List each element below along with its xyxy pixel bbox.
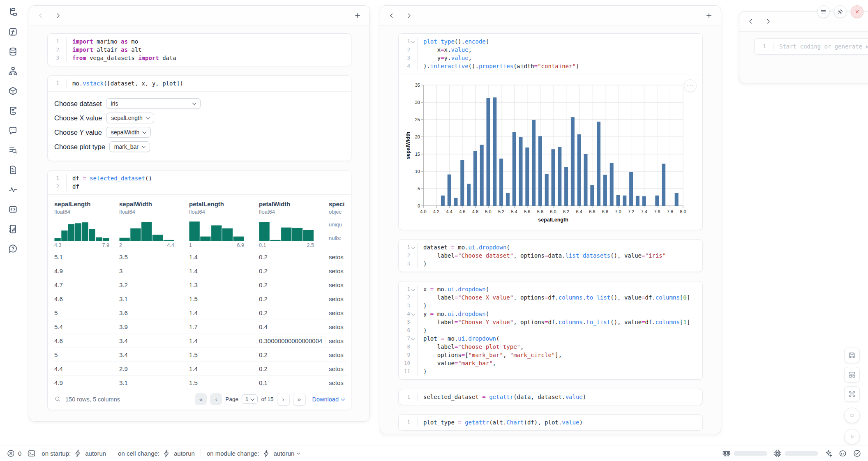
page-select[interactable]: 1 — [242, 394, 258, 404]
first-page-button[interactable]: « — [195, 393, 207, 405]
ai-assist-button[interactable] — [824, 449, 833, 458]
y-dropdown[interactable]: sepalWidth — [106, 127, 151, 138]
code-editor[interactable]: 1 Start coding or generate with — [755, 39, 868, 54]
snippets-icon[interactable] — [8, 165, 18, 175]
error-count-button[interactable]: 0 — [7, 449, 21, 458]
column-header-petalWidth[interactable]: petalWidthfloat640.12.5 — [258, 200, 328, 250]
code-editor[interactable]: 1plot_type().encode(2 x=x.value,3 y=y.va… — [399, 34, 702, 74]
bar — [512, 132, 516, 206]
bar — [675, 193, 679, 206]
code-editor[interactable]: 1selected_dataset = getattr(data, datase… — [399, 389, 702, 405]
bar — [552, 149, 555, 206]
chart-more-options-icon[interactable] — [684, 79, 697, 92]
table-row[interactable]: 4.73.21.30.2setos — [53, 278, 346, 292]
fold-toggle-icon[interactable] — [411, 39, 416, 43]
copilot-button[interactable] — [838, 449, 847, 458]
add-cell-icon[interactable] — [354, 12, 361, 19]
settings-button[interactable] — [834, 5, 847, 18]
bolt-icon — [74, 449, 82, 458]
svg-text:30: 30 — [415, 100, 420, 105]
close-button[interactable] — [851, 5, 863, 18]
svg-text:5.2: 5.2 — [498, 209, 504, 214]
cpu-usage[interactable] — [773, 449, 818, 458]
gear-icon — [837, 9, 843, 15]
documentation-icon[interactable] — [8, 145, 18, 155]
altair-bar-chart[interactable]: 4.04.24.44.64.85.05.25.45.65.86.06.26.46… — [404, 80, 699, 226]
chat-icon[interactable] — [8, 126, 18, 135]
fold-toggle-icon[interactable] — [411, 311, 416, 316]
code-editor[interactable]: 1dataset = mo.ui.dropdown(2 label="Choos… — [399, 240, 702, 272]
datasources-icon[interactable] — [8, 47, 18, 56]
last-page-button[interactable]: » — [293, 393, 306, 406]
table-row[interactable]: 4.42.91.40.2setos — [53, 362, 346, 376]
prev-page-button[interactable]: ‹ — [210, 393, 222, 405]
memory-usage[interactable] — [722, 449, 767, 458]
form-row: Choose plot typemark_bar — [54, 141, 344, 152]
add-cell-icon[interactable] — [705, 12, 713, 19]
fold-toggle-icon[interactable] — [411, 336, 416, 340]
table-row[interactable]: 4.63.11.50.2setos — [53, 292, 346, 306]
table-row[interactable]: 4.93.11.50.1setos — [53, 376, 346, 390]
command-icon — [848, 390, 856, 398]
connection-status-button[interactable] — [853, 449, 861, 458]
packages-icon[interactable] — [8, 86, 18, 96]
search-icon[interactable] — [54, 396, 61, 403]
menu-button[interactable] — [817, 5, 830, 18]
column-forward-icon[interactable] — [406, 12, 412, 19]
column-back-icon[interactable] — [388, 12, 395, 19]
column-header-petalLength[interactable]: petalLengthfloat6416.9 — [188, 200, 258, 250]
terminal-button[interactable] — [27, 449, 36, 458]
x-dropdown[interactable]: sepalLength — [106, 113, 154, 123]
code-editor[interactable]: 1x = mo.ui.dropdown(2 label="Choose X va… — [399, 281, 702, 379]
column-back-icon[interactable] — [748, 18, 754, 25]
code-editor[interactable]: 1import marimo as mo2import altair as al… — [48, 34, 351, 66]
file-explorer-icon[interactable] — [8, 7, 18, 17]
code-line: 1df = selected_dataset() — [48, 174, 351, 182]
table-summary: 150 rows, 5 columns — [65, 396, 120, 403]
stop-button[interactable] — [844, 408, 860, 423]
layout-button[interactable] — [844, 367, 860, 383]
run-mode-setting-2[interactable]: on cell change:autorun — [118, 449, 195, 458]
code-cell-vstack: 1mo.vstack([dataset, x, y, plot]) Choose… — [47, 75, 351, 161]
bar — [616, 195, 620, 206]
column-header-speci[interactable]: speciobjecuniqunulls: — [328, 200, 346, 250]
column-header-sepalWidth[interactable]: sepalWidthfloat6424.4 — [118, 200, 188, 250]
save-icon — [848, 351, 856, 360]
code-editor[interactable]: 1plot_type = getattr(alt.Chart(df), plot… — [399, 415, 702, 430]
column-header-sepalLength[interactable]: sepalLengthfloat644.37.9 — [53, 200, 118, 250]
dependency-graph-icon[interactable] — [8, 67, 18, 76]
sparkles-icon — [824, 449, 833, 458]
outputs-icon[interactable] — [8, 205, 18, 214]
logs-icon[interactable] — [8, 106, 18, 115]
run-mode-setting-3[interactable]: on module change:autorun — [207, 449, 300, 458]
run-button[interactable] — [844, 429, 860, 445]
column-back-icon[interactable] — [37, 12, 44, 19]
bar — [448, 175, 451, 206]
run-mode-setting-1[interactable]: on startup:autorun — [42, 449, 106, 458]
functions-icon[interactable] — [8, 27, 18, 37]
download-button[interactable]: Download — [312, 396, 345, 403]
plot-dropdown[interactable]: mark_bar — [109, 141, 150, 152]
scratchpad-icon[interactable] — [8, 224, 18, 234]
table-row[interactable]: 4.63.41.40.30000000000000004setos — [53, 334, 346, 348]
save-button[interactable] — [844, 348, 860, 363]
fold-toggle-icon[interactable] — [411, 245, 416, 249]
next-page-button[interactable]: › — [277, 393, 290, 406]
table-row[interactable]: 5.13.51.40.2setos — [53, 250, 346, 264]
code-editor[interactable]: 1mo.vstack([dataset, x, y, plot]) — [48, 76, 351, 91]
table-row[interactable]: 53.61.40.2setos — [53, 306, 346, 320]
code-line: 2import altair as alt — [48, 46, 351, 54]
fold-toggle-icon[interactable] — [411, 287, 416, 291]
dataset-dropdown[interactable]: iris — [106, 98, 201, 109]
column-forward-icon[interactable] — [55, 12, 61, 19]
table-row[interactable]: 5.43.91.70.4setos — [53, 320, 346, 334]
bar — [662, 164, 665, 206]
table-row[interactable]: 53.41.50.2setos — [53, 348, 346, 362]
status-bar: 0 on startup:autorunon cell change:autor… — [0, 445, 868, 461]
help-icon[interactable] — [8, 244, 18, 254]
tracing-icon[interactable] — [8, 185, 18, 194]
keyboard-shortcuts-button[interactable] — [844, 386, 860, 402]
code-editor[interactable]: 1df = selected_dataset()2df — [48, 171, 351, 194]
column-forward-icon[interactable] — [765, 18, 771, 25]
table-row[interactable]: 4.931.40.2setos — [53, 264, 346, 278]
